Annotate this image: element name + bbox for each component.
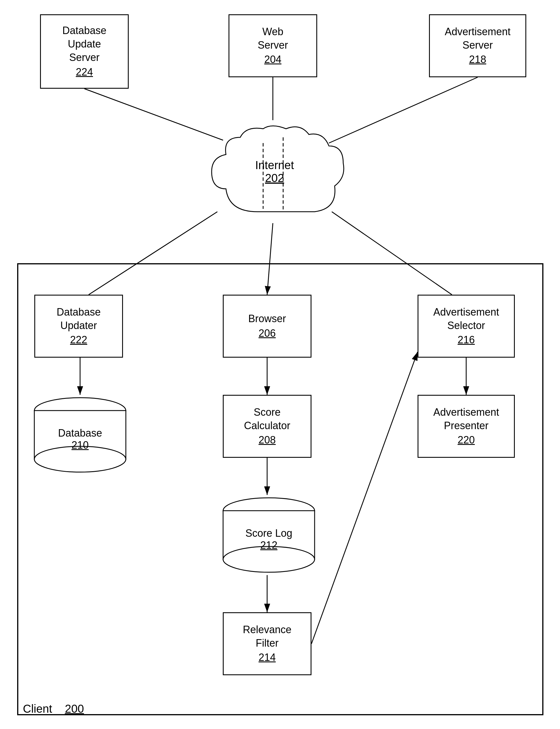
browser-label: Browser: [248, 312, 286, 325]
score-log-text: Score Log 212: [245, 527, 292, 551]
web-server-box: WebServer 204: [229, 14, 317, 77]
score-log-cylinder: Score Log 212: [217, 495, 320, 575]
score-calculator-label: ScoreCalculator: [244, 406, 290, 433]
browser-ref: 206: [259, 327, 276, 340]
advertisement-selector-label: AdvertisementSelector: [433, 305, 499, 332]
internet-label: Internet: [255, 159, 294, 171]
database-label: Database: [58, 427, 102, 439]
svg-line-11: [329, 77, 478, 143]
database-cylinder: Database 210: [29, 395, 132, 475]
relevance-filter-ref: 214: [259, 651, 276, 664]
advertisement-server-box: AdvertisementServer 218: [429, 14, 526, 77]
web-server-ref: 204: [264, 53, 281, 66]
advertisement-selector-box: AdvertisementSelector 216: [418, 295, 515, 357]
database-update-server-label: DatabaseUpdateServer: [62, 24, 106, 64]
internet-text: Internet 202: [255, 159, 294, 184]
database-updater-ref: 222: [70, 333, 87, 347]
advertisement-presenter-box: AdvertisementPresenter 220: [418, 395, 515, 458]
client-text: Client: [23, 702, 52, 715]
client-ref: 200: [65, 702, 84, 715]
database-updater-box: DatabaseUpdater 222: [34, 295, 123, 357]
database-update-server-ref: 224: [76, 65, 93, 79]
database-updater-label: DatabaseUpdater: [57, 305, 101, 332]
web-server-label: WebServer: [258, 25, 288, 52]
internet-ref: 202: [255, 172, 294, 184]
browser-box: Browser 206: [223, 295, 311, 357]
diagram: DatabaseUpdateServer 224 WebServer 204 A…: [0, 0, 560, 729]
database-text: Database 210: [58, 427, 102, 451]
advertisement-selector-ref: 216: [458, 333, 475, 347]
advertisement-presenter-label: AdvertisementPresenter: [433, 406, 499, 433]
internet-cloud: Internet 202: [200, 120, 349, 223]
advertisement-server-label: AdvertisementServer: [445, 25, 511, 52]
database-update-server-box: DatabaseUpdateServer 224: [40, 14, 129, 89]
score-log-label: Score Log: [245, 527, 292, 539]
score-log-ref: 212: [245, 539, 292, 551]
advertisement-presenter-ref: 220: [458, 434, 475, 447]
advertisement-server-ref: 218: [469, 53, 486, 66]
score-calculator-ref: 208: [259, 434, 276, 447]
score-calculator-box: ScoreCalculator 208: [223, 395, 311, 458]
relevance-filter-label: RelevanceFilter: [243, 623, 291, 650]
client-label: Client 200: [23, 702, 84, 715]
database-ref: 210: [58, 439, 102, 451]
relevance-filter-box: RelevanceFilter 214: [223, 612, 311, 675]
